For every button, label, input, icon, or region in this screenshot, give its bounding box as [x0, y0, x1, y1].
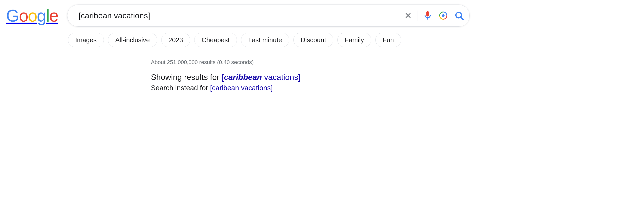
chip-images[interactable]: Images — [68, 33, 104, 47]
chip-cheapest[interactable]: Cheapest — [194, 33, 237, 47]
logo-e: e — [49, 6, 58, 25]
google-logo[interactable]: G o o g l e — [6, 6, 58, 25]
lens-icon[interactable] — [437, 10, 449, 21]
chip-discount[interactable]: Discount — [293, 33, 333, 47]
logo-o2: o — [28, 6, 37, 25]
chip-last-minute[interactable]: Last minute — [241, 33, 289, 47]
logo-g1: G — [6, 6, 19, 25]
search-instead-link[interactable]: [caribean vacations] — [210, 84, 273, 92]
chip-all-inclusive[interactable]: All-inclusive — [108, 33, 157, 47]
search-instead-prefix: Search instead for — [151, 84, 210, 92]
chip-family[interactable]: Family — [337, 33, 371, 47]
logo-o1: o — [19, 6, 28, 25]
search-icons: ✕ — [403, 9, 465, 22]
results-count: About 251,000,000 results (0.40 seconds) — [151, 59, 638, 66]
spelling-rest: vacations] — [262, 73, 300, 82]
results-area: About 251,000,000 results (0.40 seconds)… — [0, 51, 644, 98]
svg-point-3 — [442, 14, 445, 17]
logo-l: l — [46, 6, 49, 25]
search-submit-icon[interactable] — [454, 10, 465, 21]
logo-g2: g — [37, 6, 46, 25]
microphone-icon[interactable] — [422, 10, 433, 21]
header: G o o g l e ✕ — [0, 0, 644, 29]
spelling-prefix: Showing results for — [151, 73, 222, 82]
spelling-correction: Showing results for [caribbean vacations… — [151, 73, 638, 82]
chip-fun[interactable]: Fun — [375, 33, 401, 47]
search-bar-container: ✕ — [67, 5, 470, 27]
vertical-divider — [418, 11, 418, 21]
search-instead: Search instead for [caribean vacations] — [151, 84, 638, 92]
corrected-spelling-link[interactable]: [caribbean vacations] — [222, 73, 300, 82]
chip-2023[interactable]: 2023 — [161, 33, 190, 47]
chips-row: ImagesAll-inclusive2023CheapestLast minu… — [0, 29, 644, 51]
clear-icon[interactable]: ✕ — [403, 9, 413, 22]
spelling-bracket: [ — [222, 73, 224, 82]
corrected-word: caribbean — [224, 73, 262, 82]
